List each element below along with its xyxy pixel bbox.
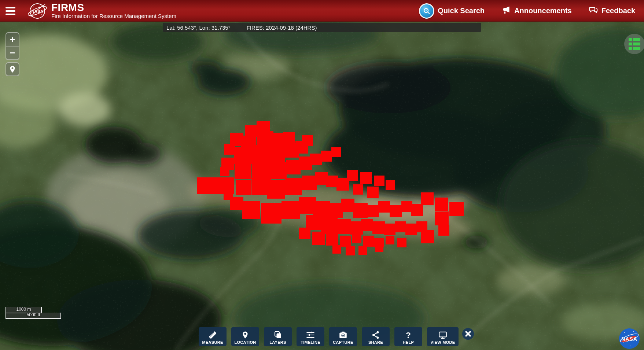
fire-detection-square[interactable]	[421, 230, 434, 243]
fire-detection-square[interactable]	[374, 176, 384, 186]
fire-detection-square[interactable]	[353, 184, 363, 195]
chat-bubbles-icon	[589, 5, 598, 16]
pin-icon	[241, 330, 249, 340]
nasa-logo-outline[interactable]: NASA	[28, 2, 47, 20]
fire-detection-square[interactable]	[230, 197, 243, 210]
fire-detection-square[interactable]	[332, 245, 341, 254]
capture-button[interactable]: CAPTURE	[329, 327, 357, 346]
fire-detection-square[interactable]	[331, 147, 341, 157]
svg-text:NASA: NASA	[621, 336, 637, 342]
list-view-icon	[629, 38, 640, 50]
fire-detection-square[interactable]	[421, 192, 434, 205]
fire-detection-square[interactable]	[363, 236, 374, 247]
fire-detection-square[interactable]	[267, 180, 285, 199]
fire-detection-square[interactable]	[261, 203, 281, 224]
announcements-button[interactable]: Announcements	[501, 5, 572, 16]
fire-detection-square[interactable]	[390, 205, 402, 217]
fire-detection-square[interactable]	[236, 180, 251, 195]
fire-detection-square[interactable]	[271, 133, 284, 146]
quick-search-button[interactable]: Quick Search	[419, 3, 485, 19]
header-nav: Quick Search Announcements	[419, 3, 635, 19]
locate-me-button[interactable]	[5, 62, 19, 76]
help-button[interactable]: ? HELP	[394, 327, 422, 346]
fire-detection-square[interactable]	[367, 187, 379, 198]
fire-detection-square[interactable]	[378, 201, 390, 213]
fire-detection-square[interactable]	[242, 201, 260, 219]
timeline-button[interactable]: TIMELINE	[297, 327, 324, 346]
fire-detection-square[interactable]	[386, 180, 395, 190]
view-mode-button[interactable]: VIEW MODE	[427, 327, 459, 346]
fire-detection-square[interactable]	[286, 160, 301, 174]
fire-detection-square[interactable]	[435, 211, 449, 225]
fire-detection-square[interactable]	[326, 234, 338, 246]
question-icon: ?	[404, 330, 413, 340]
fire-detection-square[interactable]	[375, 244, 383, 252]
menu-hamburger-icon[interactable]	[5, 7, 15, 15]
fire-detection-square[interactable]	[360, 172, 372, 184]
fire-detection-square[interactable]	[358, 246, 367, 255]
fire-detection-square[interactable]	[285, 178, 302, 195]
fire-detection-square[interactable]	[251, 178, 268, 195]
fire-detection-square[interactable]	[302, 135, 313, 146]
fire-detection-square[interactable]	[361, 219, 373, 231]
fire-detection-square[interactable]	[367, 205, 379, 217]
fire-detection-square[interactable]	[328, 203, 343, 218]
monitor-icon	[438, 330, 448, 340]
fire-detection-square[interactable]	[352, 234, 361, 243]
layers-label: LAYERS	[269, 340, 286, 345]
location-button[interactable]: LOCATION	[231, 327, 259, 346]
fire-detection-square[interactable]	[397, 238, 406, 247]
firms-app: NASA FIRMS Fire Information for Resource…	[0, 0, 644, 350]
location-label: LOCATION	[234, 340, 256, 345]
fire-detection-square[interactable]	[449, 202, 464, 216]
fire-detection-square[interactable]	[435, 198, 448, 211]
fire-detection-square[interactable]	[281, 201, 300, 219]
fire-detection-square[interactable]	[220, 167, 229, 176]
zoom-control: + −	[5, 32, 19, 60]
fire-detection-square[interactable]	[341, 199, 354, 212]
list-view-button[interactable]	[624, 34, 644, 54]
fire-detection-square[interactable]	[310, 154, 322, 165]
map-canvas[interactable]: Lat: 56.543°, Lon: 31.735° FIRES: 2024-0…	[0, 22, 644, 350]
fire-detection-square[interactable]	[302, 176, 317, 190]
app-subtitle: Fire Information for Resource Management…	[51, 13, 176, 19]
zoom-in-button[interactable]: +	[6, 33, 19, 47]
fire-detection-square[interactable]	[353, 203, 368, 218]
ruler-icon	[208, 330, 217, 340]
coordinates-readout: Lat: 56.543°, Lon: 31.735°	[166, 25, 231, 31]
share-label: SHARE	[368, 340, 383, 345]
fire-detection-square[interactable]	[336, 219, 351, 234]
fire-detection-square[interactable]	[340, 236, 351, 247]
fire-detection-square[interactable]	[268, 145, 285, 162]
fire-detection-square[interactable]	[299, 228, 310, 239]
close-toolbar-button[interactable]	[462, 328, 474, 340]
fire-detection-square[interactable]	[347, 170, 358, 181]
share-button[interactable]: SHARE	[362, 327, 390, 346]
fire-detection-square[interactable]	[438, 225, 449, 236]
fire-detection-square[interactable]	[384, 224, 395, 235]
scale-imperial: 5000 ft	[5, 313, 61, 319]
fire-detection-square[interactable]	[315, 172, 328, 185]
layers-button[interactable]: LAYERS	[264, 327, 292, 346]
zoom-out-button[interactable]: −	[6, 47, 19, 60]
fire-detection-square[interactable]	[411, 204, 423, 216]
fire-detection-square[interactable]	[346, 246, 355, 255]
feedback-button[interactable]: Feedback	[589, 5, 635, 16]
view-mode-label: VIEW MODE	[431, 340, 455, 345]
fire-detection-square[interactable]	[321, 151, 332, 162]
fire-detection-square[interactable]	[251, 145, 270, 164]
fire-detection-square[interactable]	[386, 236, 394, 244]
location-pin-icon	[8, 65, 16, 74]
fire-detection-square[interactable]	[372, 221, 385, 234]
fire-detection-square[interactable]	[312, 232, 325, 245]
fire-detection-square[interactable]	[395, 221, 406, 232]
fire-detection-square[interactable]	[405, 224, 417, 235]
fire-detection-square[interactable]	[235, 162, 251, 179]
camera-icon	[338, 330, 348, 340]
fire-detection-square[interactable]	[401, 201, 412, 212]
fire-detection-square[interactable]	[270, 162, 287, 179]
capture-label: CAPTURE	[333, 340, 353, 345]
fire-detection-square[interactable]	[316, 220, 323, 227]
fire-detection-square[interactable]	[283, 132, 295, 144]
measure-button[interactable]: MEASURE	[199, 327, 227, 346]
